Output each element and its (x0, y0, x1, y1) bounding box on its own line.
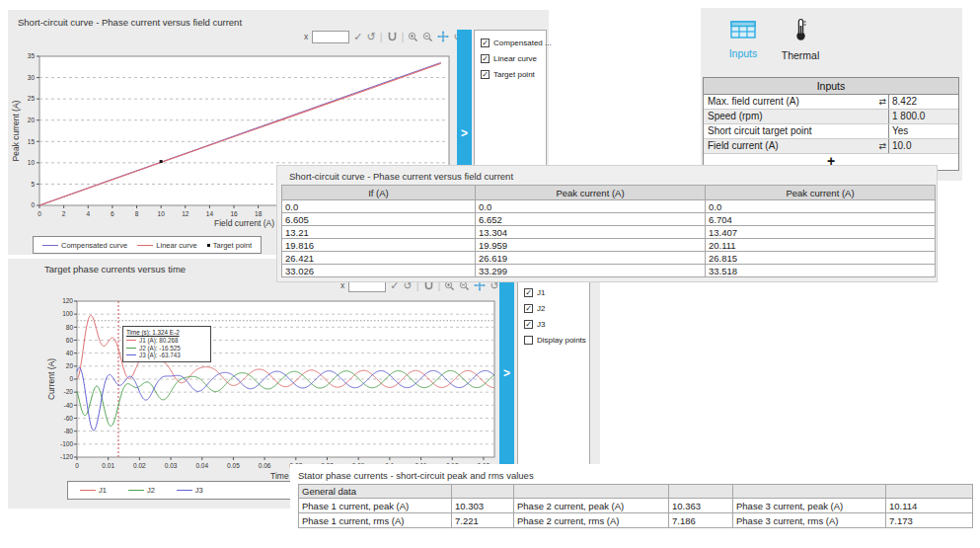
legend-label: Target point (213, 241, 252, 250)
svg-text:0.02: 0.02 (133, 462, 146, 469)
cell: 33.026 (282, 265, 476, 277)
collapse-bar[interactable]: > (457, 30, 472, 168)
chevron-right-icon: > (461, 126, 468, 168)
input-row: Max. field current (A)⇄8.422 (704, 95, 958, 110)
series-checkbox[interactable]: ✓J3 (524, 316, 589, 332)
table-row: Phase 1 current, peak (A)10.303Phase 2 c… (299, 499, 973, 513)
swap-icon[interactable]: ⇄ (878, 95, 886, 109)
cell: 13.304 (476, 226, 706, 239)
cell: 7.173 (886, 513, 973, 528)
tooltip-entry: J1 (A): 80.268 (126, 337, 207, 345)
group-header (886, 485, 973, 499)
zoom-out-icon[interactable] (422, 32, 433, 42)
cell: 19.816 (282, 239, 476, 252)
group-header (452, 485, 514, 499)
series-checkbox[interactable]: ✓J1 (524, 284, 589, 300)
input-value[interactable]: 8.422 (889, 95, 958, 109)
svg-text:80: 80 (66, 324, 74, 331)
legend-point-swatch (207, 244, 210, 247)
tooltip-time: Time (s): 1.324 E-2 (126, 329, 207, 336)
series-visibility-panel: ✓J1✓J2✓J3Display points (517, 279, 590, 469)
cell: 0.0 (706, 200, 936, 213)
tooltip-value: J3 (A): -63.743 (139, 352, 181, 358)
table-row: 6.6056.6526.704 (282, 213, 936, 226)
tooltip-value: J1 (A): 80.268 (139, 337, 179, 344)
tooltip-swatch (126, 348, 136, 349)
checkbox-icon: ✓ (481, 54, 490, 63)
svg-text:60: 60 (66, 337, 74, 344)
svg-text:-100: -100 (60, 440, 73, 447)
tooltip-entry: J2 (A): -16.525 (126, 345, 207, 352)
table-header-row: General data (299, 485, 973, 499)
legend-item: J3 (177, 486, 203, 495)
svg-text:120: 120 (62, 297, 73, 304)
legend-label: J1 (99, 486, 107, 495)
svg-text:16: 16 (230, 210, 238, 217)
checkbox-icon: ✓ (524, 288, 533, 297)
legend-line-swatch (128, 490, 144, 491)
svg-text:0.05: 0.05 (227, 462, 240, 469)
cell: 13.21 (282, 226, 476, 239)
svg-text:5: 5 (31, 181, 35, 188)
svg-text:10: 10 (28, 159, 36, 166)
series-checkbox[interactable]: ✓Compensated ... (481, 35, 546, 50)
legend-line-swatch (177, 490, 192, 491)
svg-text:0: 0 (69, 375, 73, 382)
column-header: Peak current (A) (476, 186, 706, 200)
svg-text:0.01: 0.01 (102, 462, 114, 469)
swap-icon[interactable]: ⇄ (878, 139, 886, 153)
inputs-table-title: Inputs (704, 78, 958, 95)
svg-text:Current (A): Current (A) (46, 358, 56, 400)
svg-text:0.03: 0.03 (165, 462, 178, 469)
zoom-in-icon[interactable] (408, 32, 418, 42)
svg-text:2: 2 (62, 210, 66, 217)
series-checkbox[interactable]: ✓Target point (481, 66, 546, 82)
pan-icon[interactable] (437, 31, 449, 42)
svg-text:35: 35 (28, 52, 36, 59)
table-row: 13.2113.30413.407 (282, 226, 936, 239)
checkbox-icon: ✓ (481, 70, 490, 79)
input-value[interactable]: 10.0 (889, 139, 958, 153)
tooltip-value: J2 (A): -16.525 (139, 345, 181, 352)
series-checkbox[interactable]: ✓J2 (524, 300, 589, 316)
input-label: Field current (A)⇄ (704, 139, 889, 153)
svg-text:0: 0 (38, 210, 41, 217)
tab-thermal[interactable]: Thermal (776, 18, 825, 61)
input-value[interactable]: 1 800.0 (889, 110, 958, 123)
cell: Phase 1 current, peak (A) (299, 499, 452, 513)
checkbox-label: J2 (537, 304, 545, 313)
table-row: Phase 1 current, rms (A)7.221Phase 2 cur… (299, 513, 973, 528)
input-value[interactable]: Yes (889, 124, 958, 138)
cell: Phase 1 current, rms (A) (299, 513, 452, 528)
table-row: 0.00.00.0 (282, 200, 936, 213)
stator-currents-panel: Stator phase currents - short-circuit pe… (290, 464, 975, 535)
series-checkbox[interactable]: Display points (524, 332, 589, 348)
chevron-right-icon: > (503, 366, 510, 467)
checkbox-label: J3 (537, 320, 545, 329)
undo-icon[interactable]: ↺ (366, 32, 375, 42)
checkbox-icon (524, 336, 533, 345)
cell: 26.421 (282, 252, 476, 265)
svg-text:100: 100 (62, 310, 73, 317)
input-label-text: Field current (A) (708, 139, 779, 153)
tooltip-swatch (126, 354, 136, 355)
legend-label: Linear curve (156, 241, 196, 250)
svg-text:-40: -40 (64, 402, 74, 409)
series-checkbox[interactable]: ✓Linear curve (481, 50, 546, 66)
apply-icon[interactable]: ✓ (353, 32, 362, 42)
chart-legend: Compensated curveLinear curveTarget poin… (33, 236, 262, 254)
input-row: Speed (rpm)1 800.0 (704, 110, 958, 124)
legend-line-swatch (42, 245, 58, 246)
x-range-input[interactable] (312, 31, 349, 43)
stator-currents-table: General dataPhase 1 current, peak (A)10.… (298, 484, 973, 528)
svg-text:-120: -120 (60, 453, 73, 460)
collapse-bar[interactable]: > (499, 279, 514, 467)
tab-inputs[interactable]: Inputs (718, 20, 768, 59)
cell: 6.605 (282, 213, 476, 226)
svg-text:6: 6 (111, 210, 114, 217)
series-visibility-panel: ✓Compensated ...✓Linear curve✓Target poi… (474, 30, 547, 168)
svg-text:18: 18 (255, 210, 263, 217)
legend-item: J2 (128, 486, 155, 495)
cell: Phase 2 current, peak (A) (514, 499, 669, 513)
magnet-icon[interactable] (387, 32, 398, 42)
